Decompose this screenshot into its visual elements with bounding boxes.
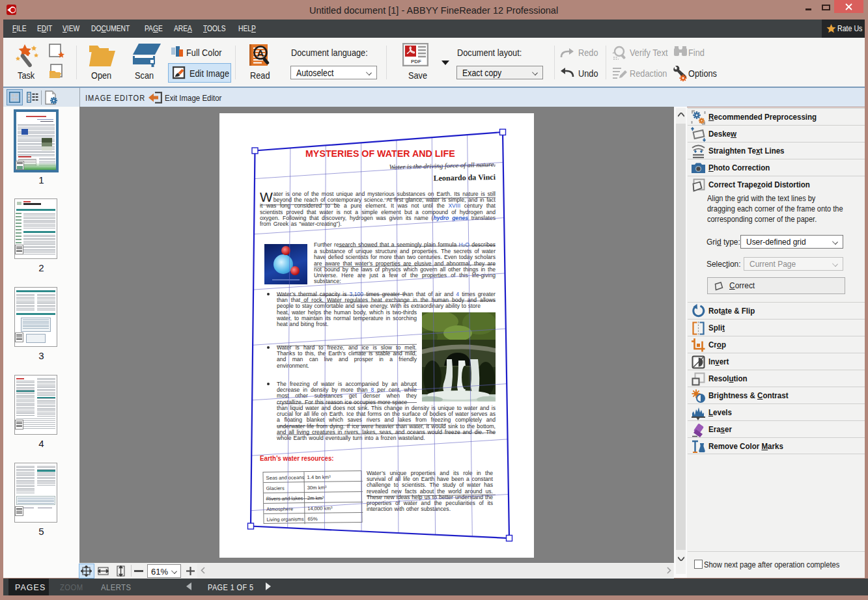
svg-text:PDF: PDF	[411, 59, 421, 64]
svg-text:A: A	[257, 48, 264, 59]
